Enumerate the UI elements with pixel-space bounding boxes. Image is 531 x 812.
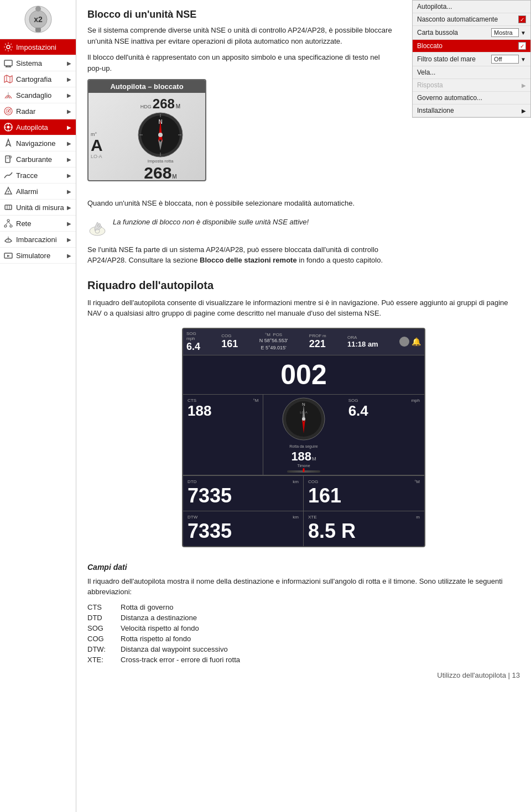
sidebar: x2 Impostazioni Sistema ▶ (0, 0, 76, 812)
logo-icon: x2 (23, 4, 53, 34)
rp-carta-dropdown-icon: ▼ (520, 30, 526, 36)
radar-icon (3, 106, 13, 116)
abbrev-key-dtd: DTD (87, 614, 121, 622)
svg-point-5 (7, 45, 10, 49)
dash-compass-svg: N LO·A (282, 397, 326, 441)
section1-title: Blocco di un'unità NSE (87, 9, 395, 20)
abbrev-val-dtd: Distanza a destinazione (121, 614, 197, 622)
section1-para1: Se il sistema comprende diverse unità NS… (87, 25, 395, 46)
svg-point-47 (158, 133, 163, 137)
sidebar-label-simulatore: Simulatore (16, 252, 50, 260)
sidebar-label-cartografia: Cartografia (16, 75, 51, 83)
sidebar-label-unita-misura: Unità di misura (16, 203, 64, 212)
rp-installazione[interactable]: Installazione ▶ (413, 104, 530, 117)
note-box: La funzione di blocco non è disponibile … (87, 217, 395, 237)
campi-title: Campi dati (87, 563, 520, 572)
sidebar-item-autopilota[interactable]: Autopilota ▶ (0, 119, 76, 135)
campi-desc: Il riquadro dell'autopilota mostra il no… (87, 576, 520, 598)
sidebar-item-navigazione[interactable]: Navigazione ▶ (0, 135, 76, 151)
sidebar-label-imbarcazioni: Imbarcazioni (16, 235, 57, 244)
dash-prof-cell: PROF m 221 (309, 333, 326, 350)
rp-carta-bussola[interactable]: Carta bussola Mostra ▼ (413, 26, 530, 40)
dash-rotta-label: Rotta da seguire (289, 444, 317, 448)
abbreviations-table: CTS Rotta di governo DTD Distanza a dest… (87, 603, 520, 664)
sidebar-item-simulatore[interactable]: Simulatore ▶ (0, 248, 76, 264)
svg-rect-6 (4, 60, 12, 66)
dash-cts-value: 188 (188, 403, 258, 419)
apb-a-value: A (91, 137, 103, 154)
radar-arrow-icon: ▶ (67, 108, 71, 114)
apb-hdg-sup: M (176, 103, 180, 109)
rp-nasconto[interactable]: Nasconto automaticamente ✓ (413, 13, 530, 26)
sidebar-item-carburante[interactable]: Carburante ▶ (0, 151, 76, 167)
dashboard-display: SOG mph 6.4 COG 161 °M POS N 58°56.553' … (182, 328, 425, 547)
cartografia-arrow-icon: ▶ (67, 76, 71, 82)
apb-big-sup: M (172, 174, 176, 180)
abbrev-row-dtw: DTW: Distanza dal waypoint successivo (87, 645, 520, 653)
svg-line-33 (6, 222, 8, 225)
rp-governo[interactable]: Governo automatico... (413, 92, 530, 104)
fuel-icon (3, 154, 13, 164)
sonar-icon (3, 90, 13, 100)
apb-hdg-label: HDG (140, 104, 152, 109)
dash-xte-value: 8.5 R (308, 520, 420, 543)
sidebar-item-scandaglio[interactable]: Scandaglio ▶ (0, 87, 76, 103)
svg-point-56 (302, 417, 305, 421)
abbrev-key-cts: CTS (87, 603, 121, 611)
sidebar-item-rete[interactable]: Rete ▶ (0, 216, 76, 232)
apb-compass-svg: N (137, 112, 184, 159)
rp-carta-value[interactable]: Mostra (491, 28, 519, 37)
dash-dtd-cell: DTD km 7335 (183, 476, 304, 511)
sidebar-item-imbarcazioni[interactable]: Imbarcazioni ▶ (0, 232, 76, 248)
dash-main-num: 002 (183, 355, 424, 395)
sidebar-label-tracce: Tracce (16, 171, 38, 180)
dash-bottom-row1: DTD km 7335 COG °M 161 (183, 475, 424, 511)
sidebar-item-impostazioni[interactable]: Impostazioni (0, 39, 76, 55)
dash-sog-value: 6.4 (186, 341, 200, 353)
rp-risposta-arrow-icon: ▶ (522, 82, 526, 88)
sidebar-item-allarmi[interactable]: Allarmi ▶ (0, 184, 76, 200)
navigazione-arrow-icon: ▶ (67, 140, 71, 146)
svg-rect-4 (35, 28, 41, 32)
autopilota-arrow-icon: ▶ (67, 124, 71, 130)
rp-autopilota-label: Autopilota... (417, 3, 452, 11)
section3: Campi dati Il riquadro dell'autopilota m… (87, 563, 520, 664)
sidebar-item-sistema[interactable]: Sistema ▶ (0, 55, 76, 71)
autopilota-bloccato-display: Autopilota – bloccato m° A LO·A HDG (87, 79, 206, 181)
abbrev-key-xte: XTE: (87, 656, 121, 664)
dash-bottom-row2: DTW km 7335 XTE m 8.5 R (183, 511, 424, 546)
svg-point-32 (10, 225, 12, 227)
unita-arrow-icon: ▶ (67, 205, 71, 211)
dash-dtw-value: 7335 (188, 520, 299, 543)
dash-dtw-cell: DTW km 7335 (183, 511, 304, 546)
apb-big-num: 268 (144, 164, 171, 181)
settings-icon (3, 42, 13, 52)
scandaglio-arrow-icon: ▶ (67, 92, 71, 98)
rp-risposta[interactable]: Risposta ▶ (413, 79, 530, 92)
dash-cog-right-cell: COG °M 161 (304, 476, 424, 511)
rp-bloccato[interactable]: Bloccato ✓ (413, 40, 530, 53)
dash-cog-value: 161 (221, 338, 238, 350)
abbrev-row-sog: SOG Velocità rispetto al fondo (87, 624, 520, 632)
rp-filtro-value[interactable]: Off (491, 55, 519, 64)
right-panel: Autopilota... Nasconto automaticamente ✓… (412, 0, 531, 118)
section1-ap-system: Se l'unità NSE fa parte di un sistema AP… (87, 244, 395, 266)
sidebar-item-unita-misura[interactable]: Unità di misura ▶ (0, 200, 76, 216)
imbarcazioni-arrow-icon: ▶ (67, 237, 71, 243)
sidebar-item-cartografia[interactable]: Cartografia ▶ (0, 71, 76, 87)
abbrev-key-cog: COG (87, 635, 121, 643)
sidebar-label-carburante: Carburante (16, 155, 52, 164)
dash-dtd-value: 7335 (188, 484, 299, 507)
rp-vela[interactable]: Vela... (413, 66, 530, 79)
rp-bloccato-checkbox[interactable]: ✓ (518, 42, 526, 50)
allarmi-arrow-icon: ▶ (67, 188, 71, 195)
tracks-icon (3, 170, 13, 180)
dash-cog-cell: COG 161 (221, 333, 238, 350)
rp-filtro[interactable]: Filtro stato del mare Off ▼ (413, 53, 530, 66)
sidebar-item-tracce[interactable]: Tracce ▶ (0, 167, 76, 184)
rp-nasconto-label: Nasconto automaticamente (417, 15, 498, 23)
sidebar-item-radar[interactable]: Radar ▶ (0, 103, 76, 119)
sidebar-label-radar: Radar (16, 107, 35, 116)
rp-nasconto-checkbox[interactable]: ✓ (518, 15, 526, 23)
rp-autopilota[interactable]: Autopilota... (413, 1, 530, 13)
